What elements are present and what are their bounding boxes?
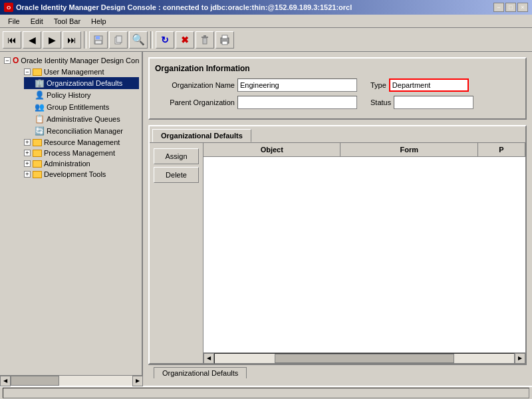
scroll-left-arrow[interactable]: ◀	[203, 353, 214, 364]
admin-expand[interactable]: +	[24, 160, 31, 167]
scroll-right-arrow[interactable]: ▶	[515, 353, 525, 364]
next-button[interactable]: ▶	[43, 31, 61, 49]
parent-org-label: Parent Organization	[155, 98, 235, 106]
title-bar: O Oracle Identity Manager Design Console…	[0, 0, 532, 15]
left-scroll-left[interactable]: ◀	[0, 376, 11, 386]
type-label: Type	[370, 81, 386, 89]
dev-tools-expand[interactable]: +	[24, 171, 31, 178]
table-headers: Object Form P	[203, 143, 525, 157]
horizontal-scrollbar: ◀ ▶	[203, 352, 525, 363]
sidebar-item-reconciliation-manager[interactable]: 🔄 Reconciliation Manager	[24, 125, 139, 137]
separator-1	[84, 31, 86, 49]
org-info-title: Organization Information	[155, 64, 520, 73]
sidebar-item-policy-history[interactable]: 👤 Policy History	[24, 89, 139, 101]
administration-label: Administration	[44, 160, 90, 168]
table-header-form: Form	[340, 143, 477, 156]
org-name-row: Organization Name Type	[155, 78, 520, 92]
app-icon-small: O	[13, 56, 19, 65]
tab-organizational-defaults[interactable]: Organizational Defaults	[152, 129, 251, 142]
minimize-button[interactable]: −	[493, 3, 504, 12]
scroll-thumb[interactable]	[275, 354, 454, 363]
title-controls: − □ ×	[493, 3, 528, 12]
sidebar-item-administrative-queues[interactable]: 📋 Administrative Queues	[24, 113, 139, 125]
first-button[interactable]: ⏮	[3, 31, 21, 49]
tree-user-management-group: − User Management 🏢 Organizational Defau…	[3, 66, 139, 180]
svg-rect-2	[95, 41, 102, 44]
tab-content: Assign Delete Object Form P ◀	[150, 142, 525, 363]
left-scroll-right[interactable]: ▶	[132, 376, 143, 386]
left-scroll-thumb[interactable]	[11, 376, 59, 386]
parent-org-input[interactable]	[237, 96, 357, 109]
menu-file[interactable]: File	[3, 16, 25, 27]
left-panel: − O Oracle Identity Manager Design Cons.…	[0, 52, 143, 386]
left-scroll-track[interactable]	[11, 376, 132, 386]
folder-icon-admin	[33, 160, 42, 168]
menu-help[interactable]: Help	[86, 16, 112, 27]
process-management-label: Process Management	[44, 149, 115, 157]
table-body	[203, 157, 525, 352]
copy-button[interactable]	[109, 31, 128, 49]
bottom-tab-bar: Organizational Defaults	[148, 364, 527, 380]
folder-icon-process	[33, 150, 42, 157]
prev-button[interactable]: ◀	[23, 31, 41, 49]
status-bar	[0, 386, 532, 399]
sidebar-item-group-entitlements[interactable]: 👥 Group Entitlements	[24, 101, 139, 113]
svg-rect-7	[203, 35, 206, 37]
toolbar: ⏮ ◀ ▶ ⏭ 🔍 ↻ ✖	[0, 28, 532, 52]
status-input[interactable]	[394, 96, 473, 109]
user-management-label: User Management	[44, 68, 104, 76]
separator-2	[150, 31, 153, 49]
folder-icon-resource	[33, 139, 42, 146]
maximize-button[interactable]: □	[505, 3, 516, 12]
print-button[interactable]	[215, 31, 234, 49]
resource-mgmt-expand[interactable]: +	[24, 139, 31, 146]
scroll-track[interactable]	[214, 353, 515, 364]
process-mgmt-expand[interactable]: +	[24, 150, 31, 156]
last-button[interactable]: ⏭	[63, 31, 81, 49]
reconciliation-manager-label: Reconciliation Manager	[47, 127, 123, 135]
sidebar-item-process-management[interactable]: + Process Management	[13, 148, 139, 158]
title-bar-left: O Oracle Identity Manager Design Console…	[4, 3, 352, 12]
type-input[interactable]	[389, 78, 469, 92]
svg-rect-5	[203, 38, 207, 44]
sidebar-item-administration[interactable]: + Administration	[13, 158, 139, 169]
refresh-button[interactable]: ↻	[156, 31, 174, 49]
close-button[interactable]: ×	[517, 3, 528, 12]
group-icon: 👥	[35, 102, 45, 112]
user-mgmt-expand[interactable]: −	[24, 68, 31, 75]
tab-header: Organizational Defaults	[150, 126, 525, 142]
tree-root-text: Oracle Identity Manager Design Cons...	[21, 57, 139, 65]
tree: − O Oracle Identity Manager Design Cons.…	[3, 55, 139, 180]
svg-rect-9	[222, 35, 227, 39]
sidebar-item-organizational-defaults[interactable]: 🏢 Organizational Defaults	[24, 77, 139, 89]
status-label: Status	[370, 98, 391, 106]
parent-org-row: Parent Organization Status	[155, 96, 520, 109]
sidebar-item-user-management[interactable]: − User Management	[13, 66, 139, 77]
title-text: Oracle Identity Manager Design Console :…	[16, 3, 352, 11]
right-panel: Organization Information Organization Na…	[143, 52, 532, 386]
main-area: − O Oracle Identity Manager Design Cons.…	[0, 52, 532, 386]
assign-button[interactable]: Assign	[154, 148, 199, 164]
org-name-input[interactable]	[237, 78, 357, 92]
status-panel	[3, 388, 529, 398]
cancel-button[interactable]: ✖	[176, 31, 194, 49]
sidebar-item-development-tools[interactable]: + Development Tools	[13, 169, 139, 180]
tree-root-expand[interactable]: −	[4, 57, 11, 64]
save-button[interactable]	[89, 31, 108, 49]
bottom-tab-item[interactable]: Organizational Defaults	[154, 367, 247, 378]
menu-edit[interactable]: Edit	[25, 16, 49, 27]
admin-queue-icon: 📋	[35, 114, 45, 124]
menu-toolbar[interactable]: Tool Bar	[49, 16, 86, 27]
left-scrollbar: ◀ ▶	[0, 375, 143, 386]
org-defaults-label: Organizational Defaults	[47, 79, 122, 87]
folder-icon	[33, 68, 42, 76]
delete-tab-button[interactable]: Delete	[154, 167, 199, 183]
delete-button[interactable]	[196, 31, 214, 49]
svg-rect-6	[201, 37, 208, 38]
reconciliation-icon: 🔄	[35, 126, 45, 136]
org-defaults-icon: 🏢	[35, 78, 45, 88]
search-button[interactable]: 🔍	[129, 31, 148, 49]
sidebar-item-resource-management[interactable]: + Resource Management	[13, 137, 139, 148]
tab-section: Organizational Defaults Assign Delete Ob…	[148, 125, 527, 364]
svg-rect-1	[96, 36, 100, 39]
